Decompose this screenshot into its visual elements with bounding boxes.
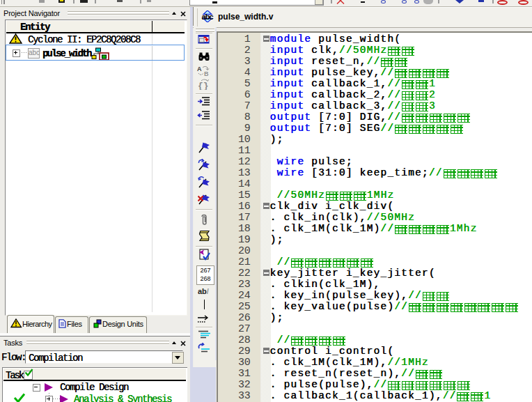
svg-text:A: A	[197, 65, 202, 72]
svg-text:B: B	[204, 70, 209, 77]
svg-text:abc: abc	[202, 13, 214, 21]
svg-text:{}: {}	[198, 81, 209, 90]
